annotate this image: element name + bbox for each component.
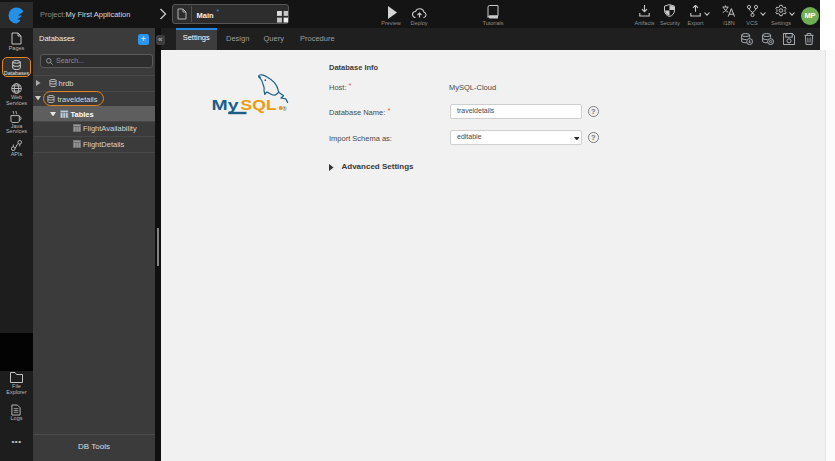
svg-text:My: My [212, 96, 240, 113]
svg-text:®: ® [283, 106, 287, 112]
svg-text:SQL: SQL [241, 96, 277, 113]
